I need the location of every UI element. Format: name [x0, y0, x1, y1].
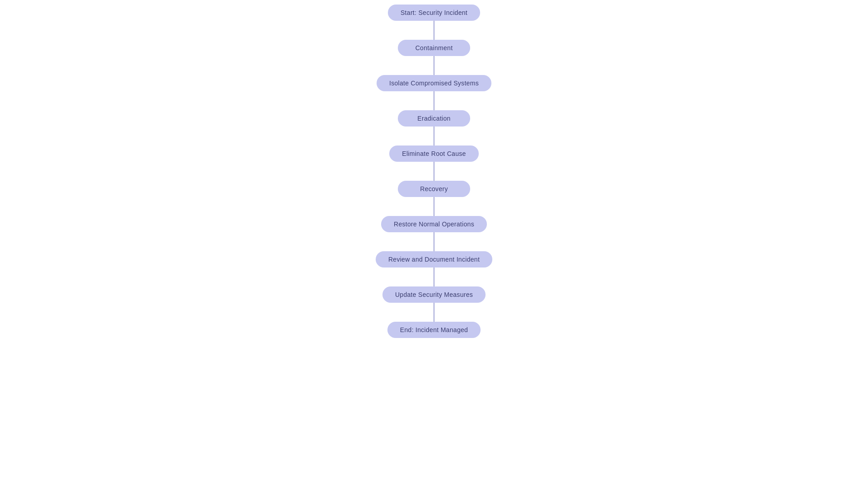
flow-connector [434, 127, 434, 145]
flow-node-restore: Restore Normal Operations [381, 216, 487, 232]
flow-node-review: Review and Document Incident [376, 251, 492, 267]
flow-connector [434, 21, 434, 40]
flow-node-end: End: Incident Managed [387, 322, 481, 338]
flow-connector [434, 197, 434, 216]
flow-node-containment: Containment [398, 40, 470, 56]
flow-node-eliminate: Eliminate Root Cause [389, 145, 478, 162]
flow-node-eradication: Eradication [398, 110, 470, 127]
flow-connector [434, 303, 434, 322]
flow-node-update: Update Security Measures [382, 286, 486, 303]
flow-connector [434, 232, 434, 251]
flow-connector [434, 56, 434, 75]
flowchart: Start: Security IncidentContainmentIsola… [376, 0, 492, 338]
flow-node-isolate: Isolate Compromised Systems [377, 75, 491, 91]
flow-connector [434, 267, 434, 286]
flow-node-start: Start: Security Incident [388, 5, 480, 21]
flow-node-recovery: Recovery [398, 181, 470, 197]
flow-connector [434, 91, 434, 110]
flow-connector [434, 162, 434, 181]
